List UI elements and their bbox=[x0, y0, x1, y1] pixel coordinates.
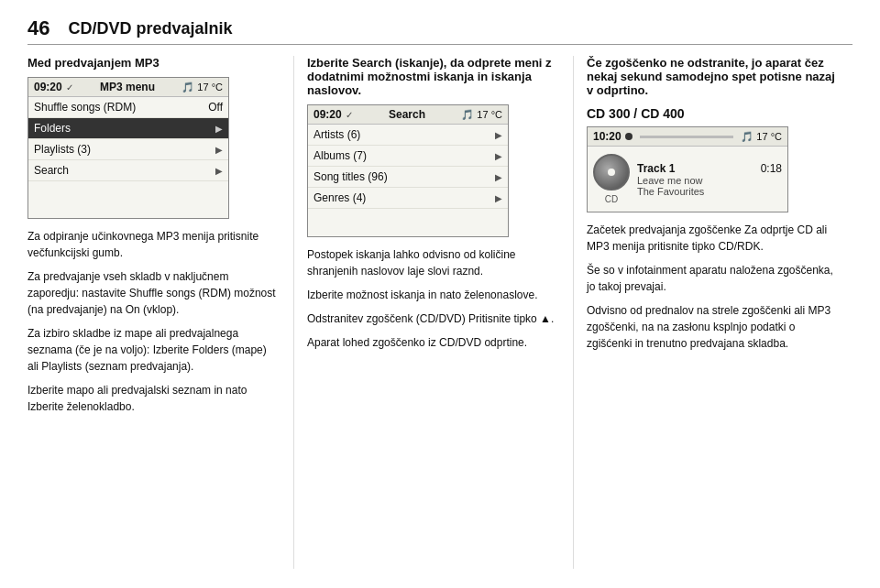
page-number: 46 bbox=[28, 16, 50, 40]
screen2-row-1-arrow: ▶ bbox=[495, 151, 502, 161]
page-title: CD/DVD predvajalnik bbox=[68, 19, 232, 38]
screen1-row-2-arrow: ▶ bbox=[215, 166, 223, 176]
screen1-row-1[interactable]: Playlists (3) ▶ bbox=[28, 139, 228, 160]
screen3-body: CD Track 1 0:18 Leave me now The Favouri… bbox=[588, 147, 787, 212]
cd-track-title: Track 1 bbox=[637, 162, 675, 175]
screen1-row-0[interactable]: Folders ▶ bbox=[28, 118, 228, 139]
col1-para-2: Za izbiro skladbe iz mape ali predvajaln… bbox=[28, 325, 280, 375]
page-header: 46 CD/DVD predvajalnik bbox=[28, 16, 852, 45]
screen2-row-3-label: Genres (4) bbox=[314, 191, 366, 204]
col3-section-title: CD 300 / CD 400 bbox=[587, 106, 840, 121]
col1-heading: Med predvajanjem MP3 bbox=[28, 56, 280, 70]
cd-track-sub1: Leave me now bbox=[637, 175, 782, 186]
screen1-temp-icon: 🎵 bbox=[182, 82, 194, 93]
screen1-check: ✓ bbox=[66, 82, 73, 93]
cd-track-title-row: Track 1 0:18 bbox=[637, 162, 782, 175]
screen1-row-2-label: Search bbox=[34, 164, 69, 177]
shuffle-row: Shuffle songs (RDM) Off bbox=[28, 97, 228, 118]
screen1-title: MP3 menu bbox=[73, 81, 182, 93]
screen1-topbar: 09:20 ✓ MP3 menu 🎵 17 °C bbox=[28, 78, 228, 97]
col3-para-2: Odvisno od prednalov na strele zgoščenki… bbox=[587, 302, 840, 352]
screen2-row-3[interactable]: Genres (4) ▶ bbox=[308, 188, 508, 209]
col3-para-1: Še so v infotainment aparatu naložena zg… bbox=[587, 262, 840, 295]
screen3-topbar-right: 🎵 17 °C bbox=[741, 131, 782, 143]
screen3: 10:20 🎵 17 °C bbox=[587, 126, 788, 212]
screen1-topbar-right: 🎵 17 °C bbox=[182, 82, 223, 93]
screen1-row-2[interactable]: Search ▶ bbox=[28, 160, 228, 181]
cd-track-info: Track 1 0:18 Leave me now The Favourites bbox=[637, 162, 782, 197]
screen2: 09:20 ✓ Search 🎵 17 °C Artists (6) ▶ Alb… bbox=[307, 104, 509, 237]
screen2-row-2-label: Song titles (96) bbox=[314, 170, 388, 183]
screen1: 09:20 ✓ MP3 menu 🎵 17 °C Shuffle songs (… bbox=[28, 77, 229, 219]
screen3-topbar: 10:20 🎵 17 °C bbox=[588, 127, 787, 147]
screen2-temp: 17 °C bbox=[477, 109, 502, 120]
column-2: Izberite Search (iskanje), da odprete me… bbox=[294, 56, 574, 569]
screen2-title: Search bbox=[353, 108, 462, 121]
col2-para-0: Postopek iskanja lahko odvisno od količi… bbox=[307, 246, 560, 279]
col2-para-1: Izberite možnost iskanja in nato želenon… bbox=[307, 287, 560, 303]
screen1-row-0-label: Folders bbox=[34, 122, 71, 135]
screen3-temp-icon: 🎵 bbox=[741, 131, 754, 143]
cd-track-time: 0:18 bbox=[761, 162, 782, 175]
screen1-time: 09:20 bbox=[34, 81, 62, 93]
shuffle-value: Off bbox=[208, 101, 223, 114]
screen3-topbar-left: 10:20 bbox=[593, 130, 632, 143]
screen3-dot bbox=[625, 133, 632, 140]
screen2-row-2[interactable]: Song titles (96) ▶ bbox=[308, 167, 508, 188]
screen2-topbar-left: 09:20 ✓ bbox=[314, 108, 353, 121]
columns: Med predvajanjem MP3 09:20 ✓ MP3 menu 🎵 … bbox=[28, 56, 852, 569]
screen2-time: 09:20 bbox=[314, 108, 342, 121]
screen2-row-0-arrow: ▶ bbox=[495, 130, 502, 140]
page-container: 46 CD/DVD predvajalnik Med predvajanjem … bbox=[0, 0, 880, 588]
screen2-topbar: 09:20 ✓ Search 🎵 17 °C bbox=[308, 105, 508, 125]
col1-para-3: Izberite mapo ali predvajalski seznam in… bbox=[28, 382, 280, 415]
screen3-progress-bar bbox=[640, 136, 734, 138]
col2-para-3: Aparat lohed zgoščenko iz CD/DVD odprtin… bbox=[307, 334, 560, 351]
screen2-check: ✓ bbox=[346, 110, 353, 120]
screen2-row-0[interactable]: Artists (6) ▶ bbox=[308, 125, 508, 146]
screen3-temp: 17 °C bbox=[756, 131, 782, 142]
cd-disc-area: CD bbox=[593, 154, 630, 204]
screen1-row-1-arrow: ▶ bbox=[215, 145, 223, 155]
col2-heading: Izberite Search (iskanje), da odprete me… bbox=[307, 56, 560, 97]
screen2-row-0-label: Artists (6) bbox=[314, 128, 360, 141]
screen2-row-1-label: Albums (7) bbox=[314, 149, 367, 162]
screen3-time: 10:20 bbox=[593, 130, 622, 143]
col2-para-2: Odstranitev zgoščenk (CD/DVD) Pritisnite… bbox=[307, 310, 560, 327]
col1-para-0: Za odpiranje učinkovnega MP3 menija prit… bbox=[28, 228, 280, 261]
cd-label: CD bbox=[605, 194, 618, 204]
screen2-row-2-arrow: ▶ bbox=[495, 172, 502, 182]
col3-para-0: Začetek predvajanja zgoščenke Za odprtje… bbox=[587, 222, 840, 255]
col3-heading: Če zgoščenko ne odstranite, jo aparat če… bbox=[587, 56, 840, 97]
screen1-topbar-left: 09:20 ✓ bbox=[34, 81, 73, 93]
cd-disc-icon bbox=[593, 154, 630, 191]
cd-track-sub2: The Favourites bbox=[637, 186, 782, 197]
column-1: Med predvajanjem MP3 09:20 ✓ MP3 menu 🎵 … bbox=[28, 56, 294, 569]
screen1-row-1-label: Playlists (3) bbox=[34, 143, 91, 156]
screen1-row-0-arrow: ▶ bbox=[215, 124, 223, 134]
col1-para-1: Za predvajanje vseh skladb v naključnem … bbox=[28, 268, 280, 318]
screen2-topbar-right: 🎵 17 °C bbox=[461, 109, 502, 121]
screen2-temp-icon: 🎵 bbox=[461, 109, 474, 121]
screen2-row-1[interactable]: Albums (7) ▶ bbox=[308, 146, 508, 167]
shuffle-label: Shuffle songs (RDM) bbox=[34, 101, 136, 114]
screen1-temp: 17 °C bbox=[197, 82, 223, 93]
screen2-row-3-arrow: ▶ bbox=[495, 193, 502, 203]
column-3: Če zgoščenko ne odstranite, jo aparat če… bbox=[574, 56, 852, 569]
